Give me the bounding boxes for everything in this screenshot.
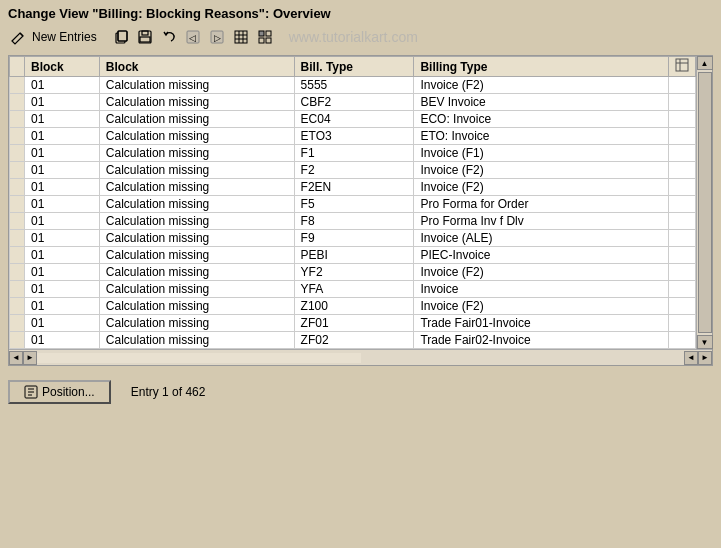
grid-icon1[interactable]: [231, 27, 251, 47]
cell-action: [669, 230, 696, 247]
scroll-down-arrow[interactable]: ▼: [697, 335, 713, 349]
cell-billtype: ZF02: [294, 332, 414, 349]
grid-icon2[interactable]: [255, 27, 275, 47]
svg-text:▷: ▷: [214, 33, 221, 43]
col-billingtype-header[interactable]: Billing Type: [414, 57, 669, 77]
table-row[interactable]: 01Calculation missingYFAInvoice: [10, 281, 696, 298]
cell-block1: 01: [24, 94, 99, 111]
col-block2-header[interactable]: Block: [99, 57, 294, 77]
svg-rect-5: [140, 37, 150, 42]
cell-billtype: Z100: [294, 298, 414, 315]
vertical-scrollbar[interactable]: ▲ ▼: [696, 56, 712, 349]
row-selector: [10, 315, 25, 332]
row-selector: [10, 111, 25, 128]
cell-billingtype: Invoice (F2): [414, 77, 669, 94]
cell-block2: Calculation missing: [99, 179, 294, 196]
table-row[interactable]: 01Calculation missingYF2Invoice (F2): [10, 264, 696, 281]
cell-block1: 01: [24, 213, 99, 230]
cell-billtype: F9: [294, 230, 414, 247]
cell-billingtype: Trade Fair02-Invoice: [414, 332, 669, 349]
nav-left-icon[interactable]: ◁: [183, 27, 203, 47]
cell-action: [669, 315, 696, 332]
cell-block1: 01: [24, 77, 99, 94]
table-row[interactable]: 01Calculation missingF8Pro Forma Inv f D…: [10, 213, 696, 230]
cell-block2: Calculation missing: [99, 162, 294, 179]
position-button[interactable]: Position...: [8, 380, 111, 404]
table-row[interactable]: 01Calculation missingF9Invoice (ALE): [10, 230, 696, 247]
table-row[interactable]: 01Calculation missingF2Invoice (F2): [10, 162, 696, 179]
row-selector: [10, 179, 25, 196]
cell-billingtype: ETO: Invoice: [414, 128, 669, 145]
cell-block2: Calculation missing: [99, 298, 294, 315]
cell-action: [669, 162, 696, 179]
cell-block1: 01: [24, 145, 99, 162]
table-row[interactable]: 01Calculation missingF5Pro Forma for Ord…: [10, 196, 696, 213]
scroll-right-arrow2[interactable]: ►: [23, 351, 37, 365]
cell-block2: Calculation missing: [99, 111, 294, 128]
cell-block1: 01: [24, 281, 99, 298]
cell-action: [669, 179, 696, 196]
cell-billtype: F5: [294, 196, 414, 213]
footer: Position... Entry 1 of 462: [0, 370, 721, 410]
cell-billingtype: Invoice (F2): [414, 162, 669, 179]
cell-block1: 01: [24, 315, 99, 332]
table-row[interactable]: 01Calculation missingEC04ECO: Invoice: [10, 111, 696, 128]
undo-icon[interactable]: [159, 27, 179, 47]
cell-billtype: ZF01: [294, 315, 414, 332]
scroll-left-arrow[interactable]: ◄: [9, 351, 23, 365]
row-selector: [10, 145, 25, 162]
svg-rect-10: [235, 31, 247, 43]
cell-billtype: CBF2: [294, 94, 414, 111]
table-row[interactable]: 01Calculation missingZF02Trade Fair02-In…: [10, 332, 696, 349]
copy-icon1[interactable]: [111, 27, 131, 47]
table-row[interactable]: 01Calculation missing5555Invoice (F2): [10, 77, 696, 94]
svg-rect-17: [259, 38, 264, 43]
cell-block2: Calculation missing: [99, 94, 294, 111]
row-selector: [10, 213, 25, 230]
table-row[interactable]: 01Calculation missingZ100Invoice (F2): [10, 298, 696, 315]
cell-billtype: 5555: [294, 77, 414, 94]
col-settings-icon[interactable]: [669, 57, 696, 77]
svg-rect-16: [266, 31, 271, 36]
row-selector: [10, 94, 25, 111]
cell-billingtype: Trade Fair01-Invoice: [414, 315, 669, 332]
nav-right-icon[interactable]: ▷: [207, 27, 227, 47]
col-block1-header[interactable]: Block: [24, 57, 99, 77]
cell-block1: 01: [24, 230, 99, 247]
new-entries-button[interactable]: New Entries: [32, 30, 97, 44]
cell-billingtype: ECO: Invoice: [414, 111, 669, 128]
cell-billingtype: PIEC-Invoice: [414, 247, 669, 264]
svg-rect-4: [142, 31, 148, 35]
scroll-up-arrow[interactable]: ▲: [697, 56, 713, 70]
row-selector: [10, 264, 25, 281]
horizontal-scrollbar[interactable]: ◄ ► ◄ ►: [9, 349, 712, 365]
scroll-right-arrow3[interactable]: ►: [698, 351, 712, 365]
new-entries-label: New Entries: [32, 30, 97, 44]
table-row[interactable]: 01Calculation missingETO3ETO: Invoice: [10, 128, 696, 145]
cell-billingtype: Invoice (F2): [414, 264, 669, 281]
table-row[interactable]: 01Calculation missingZF01Trade Fair01-In…: [10, 315, 696, 332]
cell-action: [669, 213, 696, 230]
cell-block2: Calculation missing: [99, 247, 294, 264]
cell-action: [669, 77, 696, 94]
cell-action: [669, 298, 696, 315]
cell-billtype: PEBI: [294, 247, 414, 264]
row-selector: [10, 230, 25, 247]
table-row[interactable]: 01Calculation missingCBF2BEV Invoice: [10, 94, 696, 111]
scroll-left-arrow2[interactable]: ◄: [684, 351, 698, 365]
cell-block2: Calculation missing: [99, 230, 294, 247]
h-scroll-track: [37, 353, 361, 363]
table-row[interactable]: 01Calculation missingPEBIPIEC-Invoice: [10, 247, 696, 264]
col-billtype-header[interactable]: Bill. Type: [294, 57, 414, 77]
table-row[interactable]: 01Calculation missingF2ENInvoice (F2): [10, 179, 696, 196]
row-selector: [10, 332, 25, 349]
cell-block1: 01: [24, 196, 99, 213]
table-row[interactable]: 01Calculation missingF1Invoice (F1): [10, 145, 696, 162]
cell-block2: Calculation missing: [99, 196, 294, 213]
scroll-thumb[interactable]: [698, 72, 712, 333]
row-selector: [10, 128, 25, 145]
cell-block1: 01: [24, 179, 99, 196]
row-selector: [10, 298, 25, 315]
cell-block1: 01: [24, 111, 99, 128]
save-icon[interactable]: [135, 27, 155, 47]
